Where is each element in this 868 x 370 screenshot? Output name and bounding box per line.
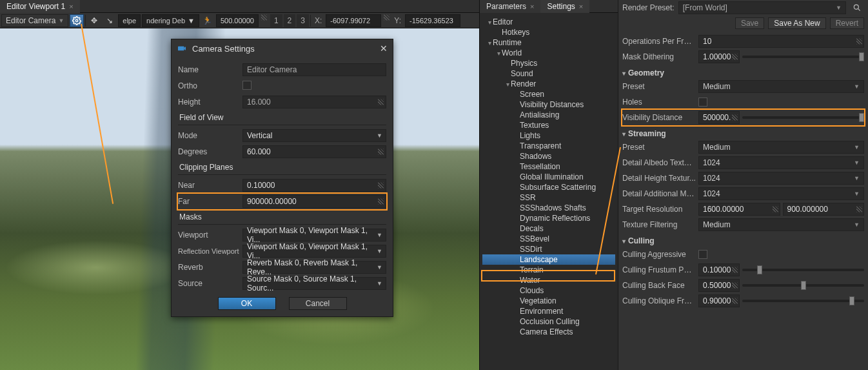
target-res-x-input[interactable]: 1600.00000 — [698, 203, 780, 216]
close-icon[interactable]: × — [69, 3, 73, 10]
dialog-titlebar[interactable]: Camera Settings ✕ — [172, 39, 393, 57]
revert-button[interactable]: Revert — [830, 17, 864, 29]
run-icon[interactable]: 🏃 — [201, 14, 215, 27]
far-input[interactable]: 900000.00000 — [242, 195, 386, 208]
mask-dither-input[interactable]: 1.00000 — [698, 50, 740, 63]
streaming-group[interactable]: ▾Streaming — [622, 125, 864, 139]
tab-editor-viewport[interactable]: Editor Viewport 1 × — [0, 0, 80, 13]
tree-item-global-illumination[interactable]: Global Illumination — [482, 172, 615, 182]
tree-item-environment[interactable]: Environment — [482, 306, 615, 316]
addmask-label: Detail Additional Mas... — [622, 189, 696, 198]
culling-group[interactable]: ▾Culling — [622, 232, 864, 247]
search-icon[interactable] — [850, 1, 864, 14]
albedo-dropdown[interactable]: 1024▼ — [698, 156, 864, 169]
save-button[interactable]: Save — [735, 17, 764, 29]
cull-oblique-slider[interactable] — [742, 294, 864, 307]
tree-item-clouds[interactable]: Clouds — [482, 285, 615, 296]
tree-item-terrain[interactable]: Terrain — [482, 265, 615, 275]
speed-slot-3[interactable]: 3 — [297, 14, 309, 27]
camera-speed-field[interactable]: 500.00000 — [216, 14, 259, 27]
geometry-group[interactable]: ▾Geometry — [622, 65, 864, 79]
gizmo-icon[interactable]: ↘ — [103, 14, 117, 27]
addmask-dropdown[interactable]: 1024▼ — [698, 187, 864, 200]
tree-item-label: Occlusion Culling — [520, 317, 580, 326]
speed-slot-2[interactable]: 2 — [284, 14, 296, 27]
viewport-mask-dropdown[interactable]: Viewport Mask 0, Viewport Mask 1, Vi...▼ — [242, 229, 386, 242]
camera-dropdown[interactable]: Editor Camera ▼ — [1, 14, 68, 27]
height-input[interactable]: 16.000 — [242, 96, 386, 108]
tree-item-render[interactable]: ▾Render — [482, 79, 615, 89]
reverb-mask-dropdown[interactable]: Reverb Mask 0, Reverb Mask 1, Reve...▼ — [242, 261, 386, 274]
tree-item-editor[interactable]: ▾Editor — [482, 17, 615, 27]
y-field[interactable]: -15629.36523 — [405, 14, 460, 27]
close-icon[interactable]: ✕ — [380, 43, 388, 54]
tree-item-transparent[interactable]: Transparent — [482, 141, 615, 151]
cull-back-slider[interactable] — [742, 279, 864, 292]
tree-item-subsurface-scattering[interactable]: Subsurface Scattering — [482, 182, 615, 192]
stripe-icon[interactable] — [260, 14, 269, 27]
target-res-y-input[interactable]: 900.000000 — [783, 203, 865, 216]
speed-slot-1[interactable]: 1 — [270, 14, 282, 27]
tree-item-ssshadows-shafts[interactable]: SSShadows Shafts — [482, 203, 615, 213]
tree-item-physics[interactable]: Physics — [482, 58, 615, 68]
tree-item-runtime[interactable]: ▾Runtime — [482, 37, 615, 48]
tree-item-ssbevel[interactable]: SSBevel — [482, 234, 615, 244]
tree-item-textures[interactable]: Textures — [482, 120, 615, 130]
tree-item-decals[interactable]: Decals — [482, 223, 615, 234]
visdist-slider[interactable] — [742, 111, 864, 124]
tree-item-camera-effects[interactable]: Camera Effects — [482, 327, 615, 337]
holes-checkbox[interactable] — [698, 98, 707, 107]
tree-item-dynamic-reflections[interactable]: Dynamic Reflections — [482, 213, 615, 223]
tree-item-occlusion-culling[interactable]: Occlusion Culling — [482, 316, 615, 327]
tree-item-ssdirt[interactable]: SSDirt — [482, 244, 615, 254]
tree-item-tessellation[interactable]: Tessellation — [482, 161, 615, 172]
geo-preset-dropdown[interactable]: Medium▼ — [698, 80, 864, 93]
mask-dither-slider[interactable] — [742, 50, 864, 63]
tree-item-ssr[interactable]: SSR — [482, 192, 615, 203]
settings-tree[interactable]: ▾EditorHotkeys▾Runtime▾WorldPhysicsSound… — [480, 13, 618, 341]
tree-item-shadows[interactable]: Shadows — [482, 151, 615, 161]
tree-item-label: Runtime — [493, 38, 522, 47]
tree-item-sound[interactable]: Sound — [482, 68, 615, 79]
tab-settings[interactable]: Settings× — [540, 0, 589, 13]
cull-frustum-slider[interactable] — [742, 263, 864, 276]
mode-dropdown[interactable]: Vertical▼ — [242, 129, 386, 142]
ok-button[interactable]: OK — [218, 297, 276, 310]
helpers-fragment[interactable]: elpe — [118, 14, 141, 27]
move-tool-icon[interactable]: ✥ — [87, 14, 101, 27]
tree-item-antialiasing[interactable]: Antialiasing — [482, 110, 615, 120]
reflection-mask-dropdown[interactable]: Viewport Mask 0, Viewport Mask 1, Vi...▼ — [242, 245, 386, 258]
tree-item-landscape[interactable]: Landscape — [482, 254, 615, 265]
height-tex-dropdown[interactable]: 1024▼ — [698, 172, 864, 185]
cull-back-input[interactable]: 0.50000 — [698, 279, 740, 292]
render-mode-dropdown[interactable]: ndering Deb▼ — [142, 14, 199, 27]
cull-oblique-input[interactable]: 0.90000 — [698, 294, 740, 307]
texfilter-dropdown[interactable]: Medium▼ — [698, 218, 864, 231]
tree-item-vegetation[interactable]: Vegetation — [482, 296, 615, 306]
degrees-input[interactable]: 60.000 — [242, 145, 386, 158]
render-preset-dropdown[interactable]: [From World]▼ — [678, 1, 846, 14]
cull-frustum-input[interactable]: 0.10000 — [698, 263, 740, 276]
cancel-button[interactable]: Cancel — [289, 297, 347, 310]
tree-item-hotkeys[interactable]: Hotkeys — [482, 27, 615, 37]
tree-item-label: Terrain — [520, 265, 544, 274]
tree-item-water[interactable]: Water — [482, 275, 615, 285]
visdist-input[interactable]: 500000. — [698, 111, 740, 124]
x-field[interactable]: -6097.99072 — [326, 14, 381, 27]
tree-item-lights[interactable]: Lights — [482, 130, 615, 141]
save-as-new-button[interactable]: Save As New — [768, 17, 825, 29]
tab-parameters[interactable]: Parameters× — [480, 0, 540, 13]
tree-item-world[interactable]: ▾World — [482, 48, 615, 58]
close-icon[interactable]: × — [579, 3, 583, 10]
visibility-distance-row: Visibility Distance 500000. — [622, 110, 864, 125]
close-icon[interactable]: × — [530, 3, 534, 10]
source-mask-dropdown[interactable]: Source Mask 0, Source Mask 1, Sourc...▼ — [242, 277, 386, 290]
str-preset-dropdown[interactable]: Medium▼ — [698, 141, 864, 154]
tree-item-visibility-distances[interactable]: Visibility Distances — [482, 99, 615, 110]
name-input[interactable]: Editor Camera — [242, 63, 386, 76]
tree-item-screen[interactable]: Screen — [482, 89, 615, 99]
near-input[interactable]: 0.10000 — [242, 179, 386, 192]
ortho-checkbox[interactable] — [242, 81, 252, 90]
opf-input[interactable]: 10 — [698, 35, 864, 48]
cull-aggressive-checkbox[interactable] — [698, 250, 707, 259]
